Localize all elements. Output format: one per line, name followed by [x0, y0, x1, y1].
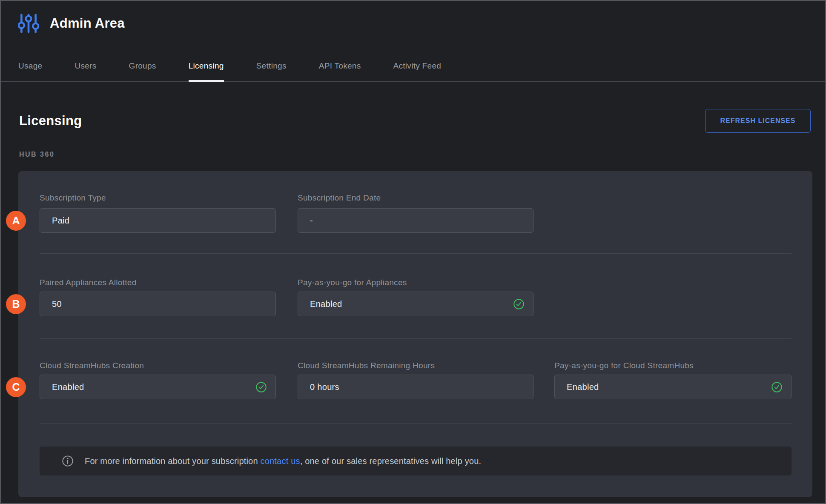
page-head: Licensing REFRESH LICENSES	[1, 109, 825, 133]
paired-appliances-value: 50	[52, 299, 62, 309]
annotation-badge-c: C	[6, 377, 26, 397]
sliders-logo-icon	[18, 13, 39, 34]
subscription-end-date-label: Subscription End Date	[298, 193, 381, 203]
section-label-hub360: HUB 360	[19, 151, 825, 158]
tab-settings[interactable]: Settings	[256, 61, 287, 82]
app-header: Admin Area	[1, 1, 825, 34]
paired-appliances-field[interactable]: 50	[40, 292, 276, 316]
row-divider-2	[40, 338, 792, 339]
app-title: Admin Area	[50, 16, 125, 31]
cloud-creation-label: Cloud StreamHubs Creation	[40, 361, 144, 370]
paired-appliances-label: Paired Appliances Allotted	[40, 278, 137, 287]
info-text-after: , one of our sales representatives will …	[300, 456, 482, 466]
subscription-type-field[interactable]: Paid	[40, 208, 276, 233]
cloud-hours-label: Cloud StreamHubs Remaining Hours	[298, 361, 435, 370]
payg-cloud-label: Pay-as-you-go for Cloud StreamHubs	[554, 361, 694, 370]
tab-usage[interactable]: Usage	[18, 61, 42, 82]
payg-appliances-field[interactable]: Enabled	[298, 292, 533, 316]
check-circle-icon	[255, 381, 267, 393]
payg-cloud-field[interactable]: Enabled	[554, 375, 792, 399]
cloud-hours-value: 0 hours	[310, 382, 339, 392]
contact-us-link[interactable]: contact us	[261, 456, 300, 466]
payg-appliances-label: Pay-as-you-go for Appliances	[298, 278, 407, 287]
tab-licensing[interactable]: Licensing	[189, 61, 224, 82]
check-circle-icon	[513, 298, 525, 310]
licensing-card: Subscription Type Paid Subscription End …	[18, 171, 812, 497]
check-circle-icon	[771, 381, 783, 393]
row-divider-3	[40, 423, 792, 424]
admin-area-screen: Admin Area Usage Users Groups Licensing …	[0, 0, 826, 504]
tab-activity-feed[interactable]: Activity Feed	[393, 61, 441, 82]
info-text-before: For more information about your subscrip…	[85, 456, 261, 466]
subscription-end-date-field[interactable]: -	[298, 208, 533, 233]
payg-appliances-value: Enabled	[310, 299, 342, 309]
tab-users[interactable]: Users	[75, 61, 96, 82]
page-title: Licensing	[19, 113, 82, 129]
cloud-creation-value: Enabled	[52, 382, 84, 392]
tab-api-tokens[interactable]: API Tokens	[319, 61, 361, 82]
subscription-end-date-value: -	[310, 216, 313, 226]
tab-bar: Usage Users Groups Licensing Settings AP…	[1, 61, 825, 82]
annotation-badge-a: A	[6, 211, 26, 231]
subscription-info-bar: For more information about your subscrip…	[40, 447, 792, 475]
payg-cloud-value: Enabled	[567, 382, 599, 392]
tab-groups[interactable]: Groups	[129, 61, 156, 82]
refresh-licenses-button[interactable]: REFRESH LICENSES	[705, 109, 811, 133]
info-text: For more information about your subscrip…	[85, 456, 481, 466]
subscription-type-label: Subscription Type	[40, 193, 106, 203]
cloud-creation-field[interactable]: Enabled	[40, 375, 276, 399]
row-divider-1	[40, 253, 792, 254]
cloud-hours-field[interactable]: 0 hours	[298, 375, 533, 399]
info-icon	[62, 455, 74, 467]
subscription-type-value: Paid	[52, 216, 69, 226]
annotation-badge-b: B	[6, 294, 26, 314]
